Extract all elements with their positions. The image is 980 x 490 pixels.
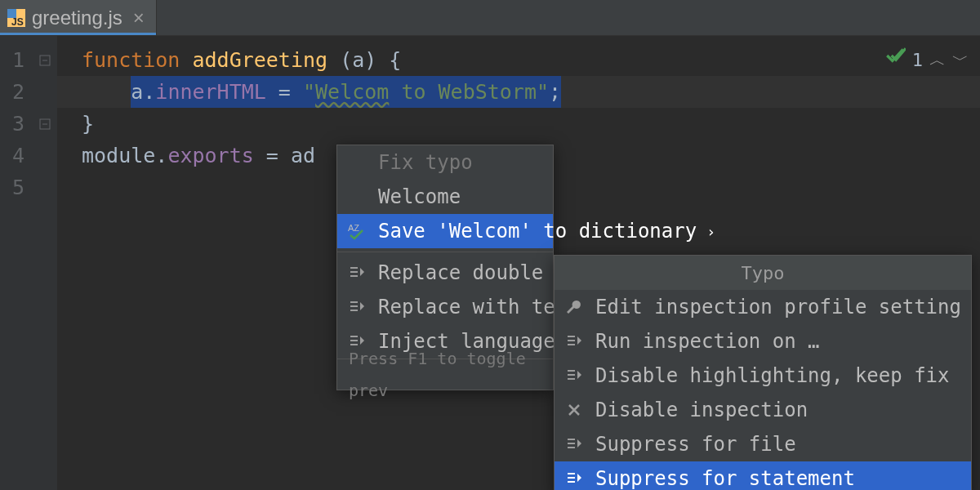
submenu-header: Typo <box>555 256 971 290</box>
menu-separator <box>337 252 553 252</box>
fold-toggle-open[interactable] <box>33 44 57 76</box>
line-number: 4 <box>0 140 24 172</box>
menu-item-suppress-statement[interactable]: Suppress for statement <box>555 461 971 490</box>
editor: 1 2 3 4 5 1 ︿ ﹀ function addGreeting (a)… <box>0 36 980 490</box>
blank-icon <box>345 185 368 208</box>
submenu-arrow-icon: › <box>706 216 715 247</box>
menu-item-replace-template[interactable]: Replace with te <box>337 290 553 324</box>
js-file-icon: JS <box>7 8 26 28</box>
svg-text:JS: JS <box>11 16 24 28</box>
intention-submenu: Typo Edit inspection profile setting Run… <box>554 255 972 490</box>
fold-gutter <box>33 36 57 490</box>
intention-edit-icon <box>345 261 368 284</box>
fold-toggle-close[interactable] <box>33 108 57 140</box>
line-number: 1 <box>0 44 24 76</box>
intention-edit-icon <box>563 433 586 456</box>
intention-menu: Fix typo Welcome AZ Save 'Welcom' to dic… <box>336 145 554 390</box>
intention-edit-icon <box>345 296 368 318</box>
menu-item-fix-typo: Fix typo <box>337 145 553 180</box>
spellcheck-icon: AZ <box>345 220 368 243</box>
menu-item-run-inspection-on[interactable]: Run inspection on … <box>555 324 971 359</box>
editor-tab-greeting[interactable]: JS greeting.js × <box>0 0 157 35</box>
svg-text:AZ: AZ <box>348 223 359 233</box>
typo-highlight: Welcom <box>315 80 389 104</box>
menu-footer-hint: Press F1 to toggle prev <box>337 359 553 390</box>
close-icon[interactable]: × <box>133 7 145 29</box>
menu-item-edit-inspection-profile[interactable]: Edit inspection profile setting <box>555 290 971 324</box>
menu-item-welcome[interactable]: Welcome <box>337 180 553 214</box>
wrench-icon <box>563 296 586 318</box>
intention-edit-icon <box>563 467 586 490</box>
menu-item-suppress-file[interactable]: Suppress for file <box>555 427 971 461</box>
tab-bar: JS greeting.js × <box>0 0 980 36</box>
intention-edit-icon <box>563 364 586 387</box>
intention-edit-icon <box>563 330 586 353</box>
line-number: 3 <box>0 108 24 140</box>
close-icon <box>563 399 586 421</box>
blank-icon <box>345 151 368 174</box>
menu-item-save-dictionary[interactable]: AZ Save 'Welcom' to dictionary › <box>337 214 553 248</box>
line-number: 5 <box>0 172 24 203</box>
tab-filename: greeting.js <box>32 7 122 29</box>
code-line-2[interactable]: a.innerHTML = "Welcom to WebStorm"; <box>57 76 980 108</box>
menu-item-disable-highlighting[interactable]: Disable highlighting, keep fix <box>555 359 971 393</box>
selection-highlight: a.innerHTML = "Welcom to WebStorm"; <box>131 76 561 108</box>
code-line-1[interactable]: function addGreeting (a) { <box>57 44 980 76</box>
menu-item-replace-double[interactable]: Replace double <box>337 256 553 290</box>
line-number: 2 <box>0 76 24 108</box>
line-number-gutter: 1 2 3 4 5 <box>0 36 33 490</box>
menu-item-disable-inspection[interactable]: Disable inspection <box>555 393 971 427</box>
code-line-3[interactable]: } <box>57 108 980 140</box>
